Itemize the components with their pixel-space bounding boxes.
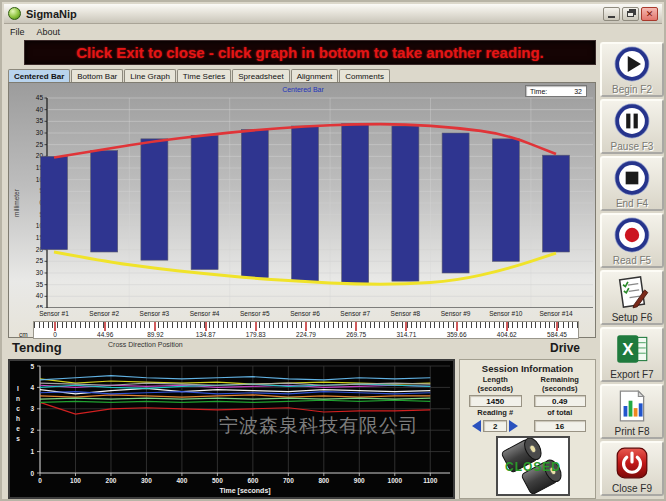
sensor-label: Sensor #5 — [230, 310, 280, 317]
sensor-label: Sensor #10 — [481, 310, 531, 317]
pause-icon — [613, 102, 651, 140]
tab-line-graph[interactable]: Line Graph — [124, 69, 176, 82]
session-info-panel: Session Information Length (seconds) Rem… — [459, 359, 596, 499]
svg-text:30: 30 — [36, 269, 44, 276]
pause-button[interactable]: Pause F3 — [600, 99, 664, 154]
close-app-button[interactable]: Close F9 — [600, 441, 664, 496]
tab-comments[interactable]: Comments — [339, 69, 390, 82]
reading-spinner: 2 — [465, 420, 526, 432]
setup-clipboard-icon — [613, 273, 651, 311]
svg-text:5: 5 — [30, 363, 34, 370]
svg-text:0: 0 — [38, 477, 42, 484]
svg-text:40: 40 — [36, 292, 44, 299]
sensor-label: Sensor #9 — [431, 310, 481, 317]
ruler-position-value: 359.66 — [435, 331, 479, 338]
svg-text:1: 1 — [30, 448, 34, 455]
reading-next-button[interactable] — [509, 420, 518, 432]
svg-text:1000: 1000 — [388, 477, 403, 484]
tab-time-series[interactable]: Time Series — [177, 69, 231, 82]
end-button[interactable]: End F4 — [600, 156, 664, 211]
centered-bar-chart[interactable]: 45403530252015105051015202530354045Cente… — [8, 82, 596, 338]
remaining-label: Remaining (seconds) — [530, 376, 591, 393]
time-label: Time: — [530, 88, 547, 95]
tending-time-chart[interactable]: 012345Inches0100200300400500600700800900… — [8, 359, 455, 499]
svg-text:200: 200 — [106, 477, 117, 484]
position-ruler: 044.9689.92134.87179.83224.79269.75314.7… — [33, 321, 579, 339]
close-window-button[interactable]: ✕ — [641, 7, 658, 21]
reading-label: Reading # — [465, 409, 526, 418]
bar-chart-icon — [613, 387, 651, 425]
length-value: 1450 — [469, 395, 522, 407]
centered-bar-plot: 45403530252015105051015202530354045Cente… — [9, 83, 597, 308]
line-lightgreen — [40, 398, 430, 399]
ruler-position-value: 134.87 — [184, 331, 228, 338]
power-icon — [613, 444, 651, 482]
reading-value: 2 — [483, 420, 507, 432]
svg-text:Centered Bar: Centered Bar — [282, 86, 324, 93]
line-orange — [40, 395, 430, 397]
svg-text:h: h — [16, 415, 20, 422]
svg-text:2: 2 — [30, 427, 34, 434]
length-label: Length (seconds) — [465, 376, 526, 393]
svg-text:300: 300 — [141, 477, 152, 484]
tab-strip: Centered BarBottom BarLine GraphTime Ser… — [8, 68, 391, 82]
ruler-position-value: 179.83 — [234, 331, 278, 338]
cross-direction-label: Cross Direction Position — [108, 341, 183, 348]
session-title: Session Information — [460, 363, 595, 374]
svg-text:900: 900 — [354, 477, 365, 484]
svg-text:n: n — [16, 395, 20, 402]
svg-text:e: e — [16, 425, 20, 432]
stop-icon — [613, 159, 651, 197]
title-bar: SigmaNip ✕ — [4, 4, 662, 24]
svg-text:400: 400 — [176, 477, 187, 484]
total-label: of total — [530, 409, 591, 418]
ruler-position-value: 89.92 — [133, 331, 177, 338]
sensor-label: Sensor #14 — [531, 310, 581, 317]
sensor-label: Sensor #2 — [79, 310, 129, 317]
tending-label: Tending — [12, 340, 62, 355]
read-button[interactable]: Read F5 — [600, 213, 664, 268]
sensor-label: Sensor #4 — [180, 310, 230, 317]
record-icon — [613, 216, 651, 254]
svg-text:35: 35 — [36, 281, 44, 288]
tab-spreadsheet[interactable]: Spreadsheet — [232, 69, 289, 82]
menu-file[interactable]: File — [10, 27, 25, 37]
ruler-position-value: 314.71 — [384, 331, 428, 338]
nip-status-image[interactable]: CLOSED — [496, 436, 570, 496]
sensor-label: Sensor #8 — [380, 310, 430, 317]
ruler-position-value: 224.79 — [284, 331, 328, 338]
tab-centered-bar[interactable]: Centered Bar — [8, 69, 70, 82]
menu-about[interactable]: About — [37, 27, 61, 37]
setup-button[interactable]: Setup F6 — [600, 270, 664, 325]
ruler-position-value: 269.75 — [334, 331, 378, 338]
minimize-button[interactable] — [603, 7, 620, 21]
watermark: 宁波森泉科技有限公司 — [188, 413, 450, 439]
print-button[interactable]: Print F8 — [600, 384, 664, 439]
sensor-label: Sensor #7 — [330, 310, 380, 317]
window-title: SigmaNip — [26, 8, 603, 20]
drive-label: Drive — [550, 341, 580, 355]
time-value: 32 — [574, 88, 582, 95]
ruler-position-value: 44.96 — [83, 331, 127, 338]
svg-text:3: 3 — [30, 405, 34, 412]
footer-strip: Tending Cross Direction Position Drive — [8, 338, 596, 359]
ruler-position-value: 0 — [33, 331, 77, 338]
svg-text:600: 600 — [247, 477, 258, 484]
restore-button[interactable] — [622, 7, 639, 21]
tab-alignment[interactable]: Alignment — [291, 69, 339, 82]
excel-icon: X — [613, 330, 651, 368]
svg-text:1100: 1100 — [423, 477, 437, 484]
svg-text:35: 35 — [36, 117, 44, 124]
svg-text:40: 40 — [36, 106, 44, 113]
remaining-value: 0.49 — [534, 395, 587, 407]
line-green — [40, 400, 430, 402]
tab-bottom-bar[interactable]: Bottom Bar — [71, 69, 123, 82]
export-button[interactable]: X Export F7 — [600, 327, 664, 382]
svg-text:800: 800 — [318, 477, 329, 484]
svg-text:s: s — [16, 435, 20, 442]
begin-button[interactable]: Begin F2 — [600, 42, 664, 97]
reading-prev-button[interactable] — [472, 420, 481, 432]
svg-text:25: 25 — [36, 257, 44, 264]
svg-text:30: 30 — [36, 129, 44, 136]
nip-status-text: CLOSED — [498, 460, 568, 474]
